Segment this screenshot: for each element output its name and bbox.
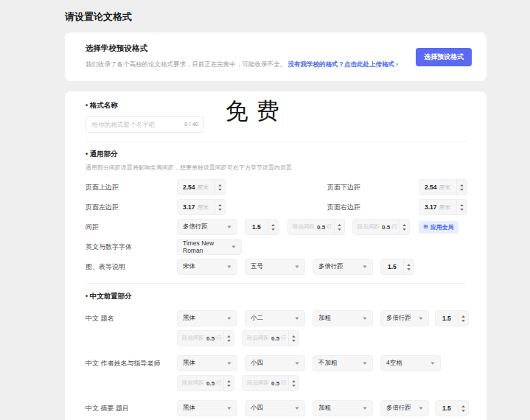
stepper-down-icon[interactable]: ▼ <box>217 208 223 211</box>
margin-bottom-stepper[interactable]: 2.54 厘米 ▲▼ <box>419 179 467 195</box>
choose-preset-button[interactable]: 选择预设格式 <box>416 48 472 66</box>
chinese-front-section-label: 中文前置部分 <box>86 292 466 301</box>
chevron-down-icon: ▼ <box>226 265 232 269</box>
stepper-value: 0.5 <box>271 380 279 387</box>
margin-right-stepper[interactable]: 3.17 厘米 ▲▼ <box>419 199 467 215</box>
title-line-value-stepper[interactable]: 1.5 ▲▼ <box>435 310 469 326</box>
preset-card-desc: 我们收录了各个高校的论文格式要求，目前正在完善中，可能收录不全。 没有我学校的格… <box>86 60 398 69</box>
stepper-value: 0.5 <box>382 224 390 231</box>
stepper-arrows[interactable]: ▲▼ <box>399 220 409 234</box>
stepper-arrows[interactable]: ▲▼ <box>456 200 467 214</box>
caption-line-mode-select[interactable]: 多倍行距 ▼ <box>313 259 373 275</box>
chinese-author-spacing-subrow: 段前间距 0.5 行 ▲▼ 段后间距 0.5 行 ▲▼ <box>177 375 466 391</box>
stepper-unit: 行 <box>216 379 222 387</box>
general-section-note: 通用部分间距设置将影响全局间距，想要单独设置间距可在下方章节设置内设置 <box>86 164 466 172</box>
abstract-size-select[interactable]: 小四 ▼ <box>245 400 305 416</box>
chevron-down-icon: ▼ <box>226 225 232 229</box>
stepper-arrows[interactable]: ▲▼ <box>458 311 468 326</box>
preset-card-title: 选择学校预设格式 <box>86 43 398 54</box>
abstract-line-value-stepper[interactable]: 1.5 ▲▼ <box>435 400 469 416</box>
stepper-arrows[interactable]: ▲▼ <box>458 401 468 416</box>
margin-left-stepper[interactable]: 3.17 厘米 ▲▼ <box>177 199 226 215</box>
stepper-down-icon[interactable]: ▼ <box>271 228 276 231</box>
stepper-down-icon[interactable]: ▼ <box>337 228 342 231</box>
stepper-label: 段后间距 <box>247 379 269 387</box>
stepper-arrows[interactable]: ▲▼ <box>403 259 414 274</box>
margin-top-label: 页面上边距 <box>86 183 177 192</box>
stepper-arrows[interactable]: ▲▼ <box>288 331 299 346</box>
author-size-select[interactable]: 小四 ▼ <box>245 355 305 371</box>
stepper-down-icon[interactable]: ▼ <box>217 188 223 192</box>
stepper-down-icon[interactable]: ▼ <box>406 267 411 271</box>
space-after-stepper[interactable]: 段后间距 0.5 行 ▲▼ <box>352 219 410 235</box>
space-before-stepper[interactable]: 段前间距 0.5 行 ▲▼ <box>177 375 234 391</box>
stepper-unit: 行 <box>281 379 287 387</box>
caption-line-value-stepper[interactable]: 1.5 ▲▼ <box>380 259 414 275</box>
english-font-label: 英文与数字字体 <box>86 242 177 252</box>
stepper-unit: 厘米 <box>439 183 451 192</box>
dropdown-value: 多倍行距 <box>183 223 208 231</box>
stepper-arrows[interactable]: ▲▼ <box>223 331 234 346</box>
stepper-arrows[interactable]: ▲▼ <box>268 220 278 234</box>
space-after-stepper[interactable]: 段后间距 0.5 行 ▲▼ <box>242 330 299 346</box>
stepper-unit: 行 <box>391 223 397 231</box>
caption-font-select[interactable]: 宋体 ▼ <box>177 259 237 275</box>
stepper-arrows[interactable]: ▲▼ <box>215 200 225 214</box>
stepper-label: 段前间距 <box>293 223 315 231</box>
margin-top-stepper[interactable]: 2.54 厘米 ▲▼ <box>177 179 226 195</box>
stepper-arrows[interactable]: ▲▼ <box>215 180 225 195</box>
chevron-down-icon: ▼ <box>226 361 232 365</box>
stepper-down-icon[interactable]: ▼ <box>461 319 466 323</box>
stepper-down-icon[interactable]: ▼ <box>226 339 231 343</box>
margin-bottom-group: 页面下边距 2.54 厘米 ▲▼ <box>327 179 530 195</box>
line-spacing-value-stepper[interactable]: 1.5 ▲▼ <box>245 219 279 235</box>
stepper-label: 段后间距 <box>247 335 269 342</box>
english-font-select[interactable]: Times New Roman ▼ <box>177 239 242 255</box>
stepper-value: 0.5 <box>271 335 279 342</box>
divider <box>86 141 466 141</box>
stepper-value: 0.5 <box>317 224 325 231</box>
stepper-down-icon[interactable]: ▼ <box>291 339 296 343</box>
author-weight-select[interactable]: 不加粗 ▼ <box>313 355 373 371</box>
stepper-label: 段后间距 <box>358 223 380 231</box>
stepper-arrows[interactable]: ▲▼ <box>334 220 344 234</box>
abstract-weight-select[interactable]: 加粗 ▼ <box>313 400 373 416</box>
title-size-select[interactable]: 小二 ▼ <box>245 310 305 326</box>
caption-size-select[interactable]: 五号 ▼ <box>245 259 305 275</box>
stepper-arrows[interactable]: ▲▼ <box>223 376 234 391</box>
spacing-label: 间距 <box>86 223 177 232</box>
stepper-down-icon[interactable]: ▼ <box>459 188 464 192</box>
chinese-title-row: 中文 题名 黑体 ▼ 小二 ▼ 加粗 ▼ 多倍行距 ▼ 1.5 ▲▼ <box>86 310 466 326</box>
preset-card-text: 选择学校预设格式 我们收录了各个高校的论文格式要求，目前正在完善中，可能收录不全… <box>86 43 398 70</box>
space-after-stepper[interactable]: 段后间距 0.5 行 ▲▼ <box>242 375 299 391</box>
title-line-mode-select[interactable]: 多倍行距 ▼ <box>380 310 429 326</box>
stepper-down-icon[interactable]: ▼ <box>226 384 231 388</box>
dropdown-value: 多倍行距 <box>318 262 344 271</box>
page-title: 请设置论文格式 <box>65 10 487 24</box>
apply-global-badge[interactable]: ⊞ 应用全局 <box>419 221 458 234</box>
stepper-down-icon[interactable]: ▼ <box>461 409 466 413</box>
space-before-stepper[interactable]: 段前间距 0.5 行 ▲▼ <box>177 330 234 346</box>
line-spacing-mode-select[interactable]: 多倍行距 ▼ <box>177 219 237 235</box>
space-before-stepper[interactable]: 段前间距 0.5 行 ▲▼ <box>287 219 345 235</box>
stepper-value: 0.5 <box>206 335 215 342</box>
title-weight-select[interactable]: 加粗 ▼ <box>313 310 373 326</box>
chevron-down-icon: ▼ <box>294 265 300 269</box>
stepper-label: 段前间距 <box>182 335 204 342</box>
stepper-unit: 厘米 <box>198 203 209 211</box>
abstract-line-mode-select[interactable]: 多倍行距 ▼ <box>380 400 429 416</box>
author-font-select[interactable]: 黑体 ▼ <box>177 355 237 371</box>
stepper-down-icon[interactable]: ▼ <box>291 384 296 388</box>
author-indent-select[interactable]: 4空格 ▼ <box>380 355 441 371</box>
general-section-label: 通用部分 <box>86 150 466 159</box>
title-font-select[interactable]: 黑体 ▼ <box>177 310 237 326</box>
stepper-unit: 行 <box>281 335 287 342</box>
upload-format-link[interactable]: 没有我学校的格式？点击此处上传格式 › <box>287 60 398 68</box>
stepper-down-icon[interactable]: ▼ <box>402 228 407 231</box>
stepper-arrows[interactable]: ▲▼ <box>288 376 299 391</box>
stepper-down-icon[interactable]: ▼ <box>459 208 464 211</box>
stepper-arrows[interactable]: ▲▼ <box>456 180 467 195</box>
dropdown-value: 宋体 <box>183 262 195 271</box>
abstract-font-select[interactable]: 黑体 ▼ <box>177 400 237 416</box>
stepper-value: 1.5 <box>388 263 397 270</box>
